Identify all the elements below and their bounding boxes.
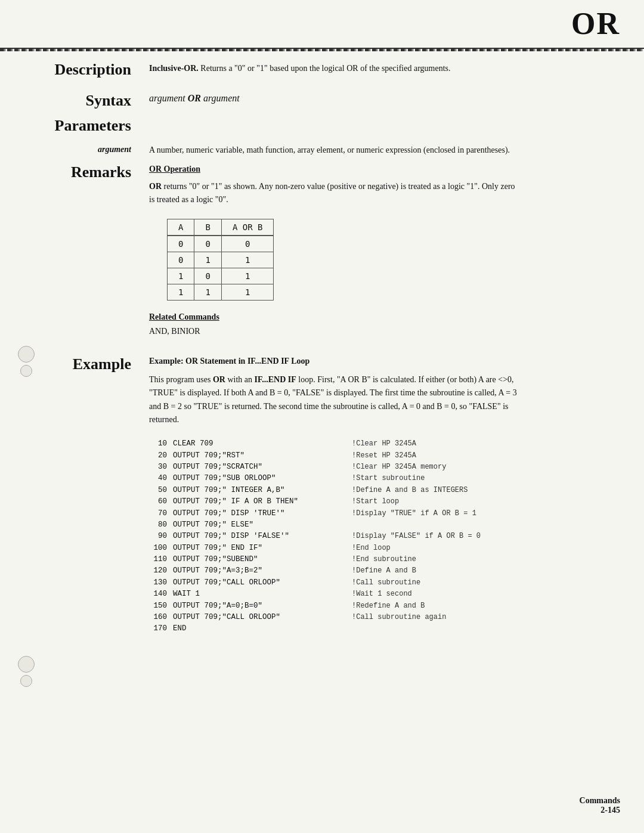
code-line: 160OUTPUT 709;"CALL ORLOOP"!Call subrout… <box>149 612 555 623</box>
circle-3 <box>18 656 35 673</box>
code-linenum: 150 <box>149 600 173 612</box>
code-linenum: 70 <box>149 508 173 519</box>
syntax-label: Syntax <box>18 91 149 110</box>
code-line: 20OUTPUT 709;"RST"!Reset HP 3245A <box>149 450 555 462</box>
code-comment: !Wait 1 second <box>352 589 412 600</box>
table-cell: 1 <box>194 284 221 300</box>
table-header-b: B <box>194 219 221 236</box>
code-stmt: OUTPUT 709;"CALL ORLOOP" <box>173 577 352 589</box>
truth-table: A B A OR B 000011101111 <box>167 219 274 301</box>
syntax-text: argument OR argument <box>149 93 240 103</box>
table-row: 000 <box>168 236 274 252</box>
code-comment: !Clear HP 3245A memory <box>352 462 446 473</box>
or-operation-title: OR Operation <box>149 165 620 174</box>
example-or-bold: OR <box>213 375 225 384</box>
table-row: 111 <box>168 284 274 300</box>
syntax-section: Syntax argument OR argument <box>18 91 620 110</box>
parameters-content <box>149 116 620 118</box>
code-comment: !Display "TRUE" if A OR B = 1 <box>352 508 476 519</box>
description-content: Inclusive-OR. Returns a "0" or "1" based… <box>149 60 620 75</box>
code-line: 50OUTPUT 709;" INTEGER A,B"!Define A and… <box>149 485 555 496</box>
table-cell: 0 <box>168 252 194 268</box>
example-if-bold: IF...END IF <box>255 375 296 384</box>
code-stmt: OUTPUT 709;"SCRATCH" <box>173 462 352 473</box>
table-cell: 1 <box>221 268 274 284</box>
code-linenum: 90 <box>149 531 173 542</box>
code-line: 60OUTPUT 709;" IF A OR B THEN"!Start loo… <box>149 496 555 507</box>
code-line: 110OUTPUT 709;"SUBEND"!End subroutine <box>149 554 555 565</box>
code-linenum: 170 <box>149 623 173 634</box>
syntax-or: OR <box>188 93 203 103</box>
code-stmt: END <box>173 623 352 634</box>
example-content: Example: OR Statement in IF...END IF Loo… <box>149 354 620 635</box>
description-text: Inclusive-OR. Returns a "0" or "1" based… <box>149 62 519 75</box>
code-line: 10CLEAR 709!Clear HP 3245A <box>149 438 555 450</box>
code-stmt: OUTPUT 709;"CALL ORLOOP" <box>173 612 352 623</box>
circle-2 <box>20 365 32 377</box>
circle-1 <box>18 346 35 363</box>
table-cell: 1 <box>168 268 194 284</box>
code-comment: !Define A and B as INTEGERS <box>352 485 467 496</box>
table-header-a: A <box>168 219 194 236</box>
syntax-content: argument OR argument <box>149 91 620 104</box>
parameters-section: Parameters <box>18 116 620 135</box>
code-linenum: 80 <box>149 519 173 531</box>
code-stmt: OUTPUT 709;"SUBEND" <box>173 554 352 565</box>
code-linenum: 40 <box>149 473 173 484</box>
or-operation-text: OR returns "0" or "1" as shown. Any non-… <box>149 180 519 207</box>
code-linenum: 20 <box>149 450 173 462</box>
code-linenum: 140 <box>149 589 173 600</box>
table-row: 011 <box>168 252 274 268</box>
code-stmt: OUTPUT 709;" DISP 'TRUE'" <box>173 508 352 519</box>
code-comment: !Start loop <box>352 496 399 507</box>
code-linenum: 50 <box>149 485 173 496</box>
code-linenum: 110 <box>149 554 173 565</box>
code-linenum: 160 <box>149 612 173 623</box>
desc-bold-intro: Inclusive-OR. <box>149 64 199 73</box>
code-linenum: 30 <box>149 462 173 473</box>
desc-body: Returns a "0" or "1" based upon the logi… <box>199 64 451 73</box>
code-stmt: OUTPUT 709;" IF A OR B THEN" <box>173 496 352 507</box>
code-stmt: OUTPUT 709;" INTEGER A,B" <box>173 485 352 496</box>
code-stmt: OUTPUT 709;"SUB ORLOOP" <box>173 473 352 484</box>
code-stmt: OUTPUT 709;"A=3;B=2" <box>173 565 352 577</box>
code-line: 30OUTPUT 709;"SCRATCH"!Clear HP 3245A me… <box>149 462 555 473</box>
table-row: 101 <box>168 268 274 284</box>
related-commands-title: Related Commands <box>149 312 620 322</box>
or-returns-text: returns "0" or "1" as shown. Any non-zer… <box>149 182 515 204</box>
code-line: 40OUTPUT 709;"SUB ORLOOP"!Start subrouti… <box>149 473 555 484</box>
remarks-label: Remarks <box>18 162 149 181</box>
param-argument-row: argument A number, numeric variable, mat… <box>18 144 620 156</box>
code-stmt: OUTPUT 709;" ELSE" <box>173 519 352 531</box>
syntax-arg1: argument <box>149 93 185 103</box>
code-stmt: OUTPUT 709;" END IF" <box>173 543 352 554</box>
code-line: 90OUTPUT 709;" DISP 'FALSE'"!Display "FA… <box>149 531 555 542</box>
code-stmt: OUTPUT 709;"RST" <box>173 450 352 462</box>
table-cell: 0 <box>194 268 221 284</box>
margin-decoration-2 <box>18 656 35 687</box>
example-subtitle: Example: OR Statement in IF...END IF Loo… <box>149 357 620 366</box>
related-commands-list: AND, BINIOR <box>149 327 620 336</box>
circle-4 <box>20 675 32 687</box>
table-cell: 1 <box>194 252 221 268</box>
example-section: Example Example: OR Statement in IF...EN… <box>18 354 620 635</box>
code-stmt: OUTPUT 709;"A=0;B=0" <box>173 600 352 612</box>
code-comment: !Call subroutine again <box>352 612 446 623</box>
table-cell: 0 <box>168 236 194 252</box>
table-cell: 1 <box>221 284 274 300</box>
code-line: 130OUTPUT 709;"CALL ORLOOP"!Call subrout… <box>149 577 555 589</box>
code-comment: !End loop <box>352 543 391 554</box>
param-argument-desc: A number, numeric variable, math functio… <box>149 144 519 156</box>
code-linenum: 130 <box>149 577 173 589</box>
table-cell: 1 <box>221 252 274 268</box>
code-stmt: CLEAR 709 <box>173 438 352 450</box>
code-linenum: 10 <box>149 438 173 450</box>
margin-decoration-1 <box>18 346 35 377</box>
example-label: Example <box>18 354 149 373</box>
code-line: 100OUTPUT 709;" END IF"!End loop <box>149 543 555 554</box>
table-cell: 0 <box>194 236 221 252</box>
footer: Commands 2-145 <box>580 796 620 815</box>
code-line: 120OUTPUT 709;"A=3;B=2"!Define A and B <box>149 565 555 577</box>
code-linenum: 100 <box>149 543 173 554</box>
code-line: 170END <box>149 623 555 634</box>
